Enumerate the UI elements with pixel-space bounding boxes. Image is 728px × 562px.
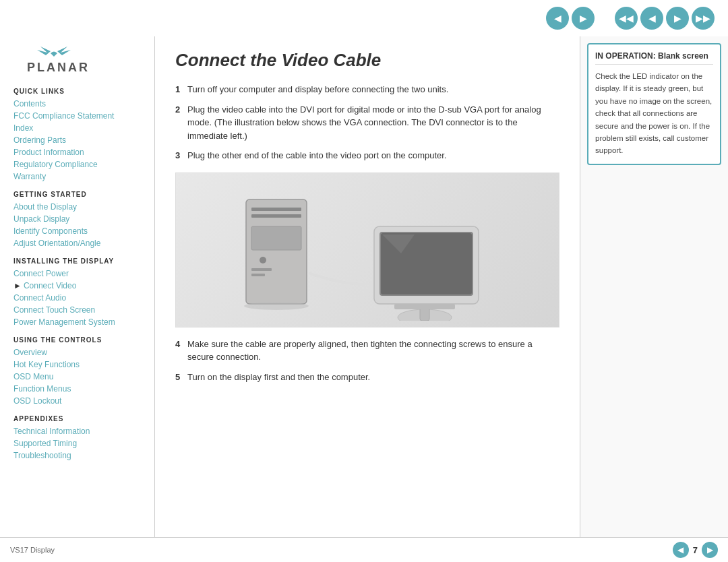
info-box-title: IN OPERATION: Blank screen [595,51,713,65]
nav-back-button[interactable]: ◀ [640,7,663,30]
nav-forward-button[interactable]: ▶ [666,7,689,30]
main-container: PLANAR Quick Links Contents FCC Complian… [0,36,728,537]
section-getting-started: Getting Started [13,191,154,198]
page-next-button[interactable]: ▶ [702,542,718,558]
computer-svg [226,179,509,321]
sidebar-item-warranty[interactable]: Warranty [13,170,154,183]
svg-rect-3 [251,214,301,218]
sidebar-item-technical[interactable]: Technical Information [13,425,154,437]
section-installing: Installing the Display [13,257,154,265]
steps-list: 1 Turn off your computer and display bef… [175,83,559,162]
step-2-text: Plug the video cable into the DVI port f… [187,103,559,143]
sidebar-item-connect-power[interactable]: Connect Power [13,268,154,280]
section-appendixes: Appendixes [13,415,154,423]
info-panel: IN OPERATION: Blank screen Check the LED… [580,36,728,537]
nav-first-button[interactable]: ◀◀ [615,7,638,30]
step-5: 5 Turn on the display first and then the… [175,371,559,384]
nav-last-button[interactable]: ▶▶ [692,7,715,30]
nav-next-button[interactable]: ▶ [572,7,595,30]
sidebar-item-product-info[interactable]: Product Information [13,146,154,158]
logo-area: PLANAR [13,43,154,77]
step-4: 4 Make sure the cable are properly align… [175,338,559,364]
svg-point-8 [244,302,309,310]
sidebar-item-power-management[interactable]: Power Management System [13,316,154,328]
content-image [175,173,559,327]
step-2-number: 2 [175,103,187,143]
sidebar-item-supported-timing[interactable]: Supported Timing [13,437,154,449]
sidebar-item-connect-video[interactable]: ► Connect Video [13,280,154,292]
section-quick-links: Quick Links [13,88,154,95]
computer-illustration [176,173,559,327]
info-box: IN OPERATION: Blank screen Check the LED… [587,43,721,165]
page-navigation: ◀ 7 ▶ [673,542,718,558]
sidebar-item-troubleshooting[interactable]: Troubleshooting [13,449,154,462]
sidebar-item-function-menus[interactable]: Function Menus [13,383,154,395]
nav-group-controls: ◀◀ ◀ ▶ ▶▶ [615,7,715,30]
sidebar-item-about-display[interactable]: About the Display [13,201,154,213]
step-4-text: Make sure the cable are properly aligned… [187,338,559,364]
sidebar-item-ordering[interactable]: Ordering Parts [13,134,154,146]
step-3-text: Plug the other end of the cable into the… [187,149,559,162]
sidebar-item-index[interactable]: Index [13,122,154,134]
info-box-text: Check the LED indicator on the display. … [595,70,713,157]
bottom-bar: VS17 Display ◀ 7 ▶ [0,537,728,562]
sidebar: PLANAR Quick Links Contents FCC Complian… [0,36,155,537]
sidebar-item-hot-key[interactable]: Hot Key Functions [13,358,154,371]
section-using-controls: Using the Controls [13,336,154,344]
content-area: Connect the Video Cable 1 Turn off your … [155,36,580,537]
page-number: 7 [693,545,698,555]
sidebar-item-adjust[interactable]: Adjust Orientation/Angle [13,237,154,249]
planar-logo: PLANAR [13,43,94,77]
step-5-text: Turn on the display first and then the c… [187,371,559,384]
svg-rect-14 [394,304,455,309]
step-1-number: 1 [175,83,187,96]
sidebar-item-regulatory[interactable]: Regulatory Compliance [13,158,154,170]
step-5-number: 5 [175,371,187,384]
svg-rect-4 [251,226,301,250]
sidebar-item-connect-touch[interactable]: Connect Touch Screen [13,304,154,316]
svg-rect-2 [251,208,301,211]
sidebar-item-osd-lockout[interactable]: OSD Lockout [13,395,154,407]
top-navigation: ◀ ▶ ◀◀ ◀ ▶ ▶▶ [0,0,728,36]
step-2: 2 Plug the video cable into the DVI port… [175,103,559,143]
svg-rect-7 [251,274,265,276]
page-title: Connect the Video Cable [175,50,559,71]
sidebar-item-unpack[interactable]: Unpack Display [13,213,154,225]
page-label: VS17 Display [10,546,55,554]
footer-steps: 4 Make sure the cable are properly align… [175,338,559,384]
page-prev-button[interactable]: ◀ [673,542,689,558]
svg-point-5 [260,257,266,263]
step-1: 1 Turn off your computer and display bef… [175,83,559,96]
sidebar-item-fcc[interactable]: FCC Compliance Statement [13,110,154,122]
sidebar-item-contents[interactable]: Contents [13,98,154,110]
sidebar-item-identify[interactable]: Identify Components [13,225,154,237]
svg-text:PLANAR: PLANAR [27,61,90,74]
current-indicator: ► [13,281,22,290]
step-1-text: Turn off your computer and display befor… [187,83,559,96]
nav-group-prev-next: ◀ ▶ [546,7,595,30]
nav-prev-button[interactable]: ◀ [546,7,569,30]
sidebar-item-osd-menu[interactable]: OSD Menu [13,371,154,383]
step-3-number: 3 [175,149,187,162]
sidebar-item-overview[interactable]: Overview [13,346,154,358]
sidebar-item-connect-audio[interactable]: Connect Audio [13,292,154,304]
step-3: 3 Plug the other end of the cable into t… [175,149,559,162]
step-4-number: 4 [175,338,187,364]
svg-rect-6 [251,268,272,271]
